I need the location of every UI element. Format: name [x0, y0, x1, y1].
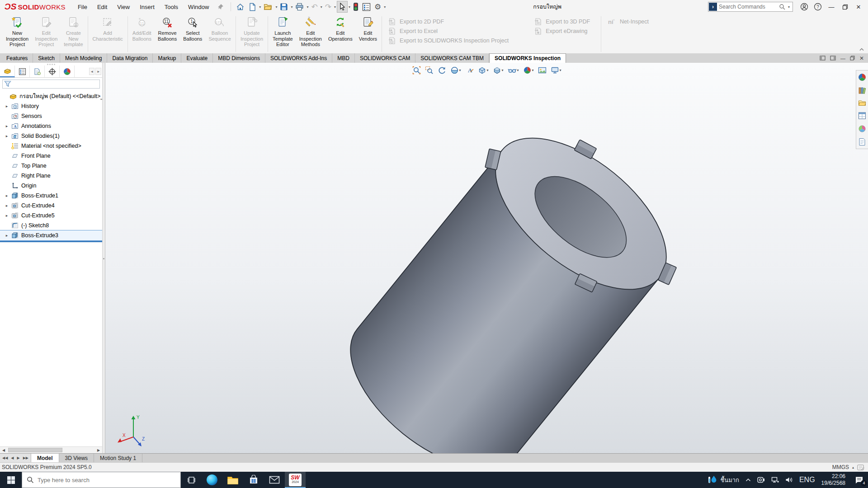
- dropdown-caret[interactable]: ▾: [517, 68, 519, 72]
- search-commands-input[interactable]: [719, 4, 777, 10]
- view-palette-icon[interactable]: [858, 112, 866, 120]
- view-orientation-icon[interactable]: ▾: [476, 65, 490, 75]
- options-list-icon[interactable]: [360, 1, 373, 13]
- volume-button[interactable]: [782, 472, 796, 488]
- redo-icon[interactable]: ↷: [323, 1, 333, 13]
- mail-button[interactable]: [264, 472, 285, 488]
- new-inspection-project-button[interactable]: New Inspection Project: [3, 15, 32, 53]
- last-tab-icon[interactable]: ▶▶: [22, 455, 30, 460]
- balloon-sequence-button[interactable]: 123 Balloon Sequence: [205, 15, 234, 53]
- edge-browser-button[interactable]: [202, 472, 222, 488]
- tree-item-cut-extrude4[interactable]: ▸ Cut-Extrude4: [0, 201, 102, 211]
- dropdown-caret[interactable]: ▾: [459, 68, 461, 72]
- solidworks-app-button[interactable]: SW2024: [285, 472, 306, 488]
- tab-solidworks-inspection[interactable]: SOLIDWORKS Inspection: [489, 53, 566, 63]
- tree-item-sketch8[interactable]: (-) Sketch8: [0, 221, 102, 230]
- expand-arrow-icon[interactable]: ▸: [3, 124, 11, 128]
- tree-item-annotations[interactable]: ▸ A Annotations: [0, 121, 102, 131]
- create-new-template-button[interactable]: Create New template: [61, 15, 86, 53]
- net-inspect-button[interactable]: ni Net-Inspect: [607, 17, 649, 26]
- tree-filter-input[interactable]: [2, 80, 100, 89]
- export-2d-pdf-button[interactable]: Export to 2D PDF: [388, 17, 509, 26]
- print-icon[interactable]: [293, 1, 306, 13]
- new-document-icon[interactable]: [246, 1, 258, 13]
- print-dropdown-caret[interactable]: ▾: [307, 5, 308, 9]
- pane-left-icon[interactable]: [820, 56, 826, 61]
- tab-mbd-dimensions[interactable]: MBD Dimensions: [213, 53, 265, 63]
- edit-appearance-icon[interactable]: ▾: [522, 65, 535, 75]
- tray-overflow-button[interactable]: [742, 472, 754, 488]
- tab-markup[interactable]: Markup: [153, 53, 181, 63]
- save-dropdown-caret[interactable]: ▾: [291, 5, 292, 9]
- tab-sketch[interactable]: Sketch: [33, 53, 60, 63]
- select-dropdown-caret[interactable]: ▾: [349, 5, 350, 9]
- first-tab-icon[interactable]: ◀◀: [1, 455, 9, 460]
- dropdown-caret[interactable]: ▾: [560, 68, 561, 72]
- configurationmanager-tab[interactable]: [30, 66, 45, 77]
- expand-arrow-icon[interactable]: ▸: [3, 193, 11, 198]
- update-inspection-project-button[interactable]: Update Inspection Project: [237, 15, 266, 53]
- zoom-to-fit-icon[interactable]: [410, 65, 422, 75]
- ribbon-collapse-icon[interactable]: [859, 47, 864, 51]
- new-dropdown-caret[interactable]: ▾: [259, 5, 261, 9]
- search-icon[interactable]: [779, 4, 785, 10]
- export-edrawing-button[interactable]: e Export eDrawing: [534, 26, 590, 36]
- zoom-to-area-icon[interactable]: [423, 65, 434, 75]
- undo-dropdown-caret[interactable]: ▾: [321, 5, 322, 9]
- file-explorer-icon[interactable]: [858, 99, 866, 107]
- menu-window[interactable]: Window: [183, 1, 214, 13]
- remove-balloons-button[interactable]: 11 Remove Balloons: [155, 15, 180, 53]
- tab-solidworks-add-ins[interactable]: SOLIDWORKS Add-Ins: [265, 53, 332, 63]
- minimize-button[interactable]: —: [825, 1, 838, 13]
- restore-button[interactable]: [838, 1, 852, 13]
- hide-show-items-icon[interactable]: ▾: [506, 65, 520, 75]
- tree-item-solid-bodies[interactable]: ▸ Solid Bodies(1): [0, 131, 102, 141]
- close-button[interactable]: ✕: [852, 1, 865, 13]
- edit-inspection-methods-button[interactable]: Edit Inspection Methods: [296, 15, 325, 53]
- tab-model[interactable]: Model: [31, 454, 59, 462]
- scroll-left-icon[interactable]: ◀: [0, 447, 7, 453]
- dropdown-caret[interactable]: ▾: [532, 68, 534, 72]
- search-commands-box[interactable]: › ▾: [708, 2, 793, 12]
- add-edit-balloons-button[interactable]: 11 Add/Edit Balloons: [129, 15, 155, 53]
- prev-tab-icon[interactable]: ◀: [9, 455, 15, 460]
- microsoft-store-button[interactable]: [243, 472, 264, 488]
- account-icon[interactable]: [797, 1, 811, 13]
- menu-insert[interactable]: Insert: [135, 1, 160, 13]
- previous-view-icon[interactable]: [436, 65, 447, 75]
- search-dropdown-caret[interactable]: ▾: [788, 5, 790, 9]
- language-indicator[interactable]: ENG: [796, 472, 818, 488]
- tree-item-history[interactable]: ▸ History: [0, 101, 102, 111]
- pane-right-icon[interactable]: [830, 56, 836, 61]
- doc-minimize-icon[interactable]: —: [840, 56, 845, 61]
- expand-arrow-icon[interactable]: ▸: [3, 203, 11, 208]
- file-explorer-button[interactable]: [222, 472, 243, 488]
- scrollbar-thumb[interactable]: [8, 448, 62, 452]
- displaymanager-tab[interactable]: [60, 66, 75, 77]
- tab-solidworks-cam[interactable]: SOLIDWORKS CAM: [355, 53, 415, 63]
- tab-motion-study-1[interactable]: Motion Study 1: [94, 454, 142, 462]
- tree-item-top-plane[interactable]: Top Plane: [0, 161, 102, 171]
- network-button[interactable]: [768, 472, 782, 488]
- export-excel-button[interactable]: Export to Excel: [388, 26, 509, 36]
- tab-mbd[interactable]: MBD: [332, 53, 355, 63]
- dynamic-annotation-views-icon[interactable]: A: [463, 65, 475, 75]
- view-settings-icon[interactable]: ▾: [549, 65, 563, 75]
- tree-item-cut-extrude5[interactable]: ▸ Cut-Extrude5: [0, 211, 102, 221]
- design-library-icon[interactable]: [858, 86, 866, 94]
- undo-icon[interactable]: ↶: [309, 1, 319, 13]
- tab-solidworks-cam-tbm[interactable]: SOLIDWORKS CAM TBM: [415, 53, 489, 63]
- edit-operations-button[interactable]: Edit Operations: [325, 15, 356, 53]
- tree-item-right-plane[interactable]: Right Plane: [0, 171, 102, 181]
- menu-edit[interactable]: Edit: [92, 1, 112, 13]
- rollback-bar[interactable]: [0, 241, 102, 242]
- launch-template-editor-button[interactable]: Launch Template Editor: [269, 15, 296, 53]
- expand-arrow-icon[interactable]: ▸: [3, 134, 11, 138]
- tab-data-migration[interactable]: Data Migration: [107, 53, 153, 63]
- tab-mesh-modeling[interactable]: Mesh Modeling: [60, 53, 107, 63]
- propertymanager-tab[interactable]: [15, 66, 30, 77]
- save-icon[interactable]: [278, 1, 290, 13]
- menu-file[interactable]: File: [73, 1, 92, 13]
- panel-splitter[interactable]: [102, 63, 105, 453]
- apply-scene-icon[interactable]: [537, 65, 548, 75]
